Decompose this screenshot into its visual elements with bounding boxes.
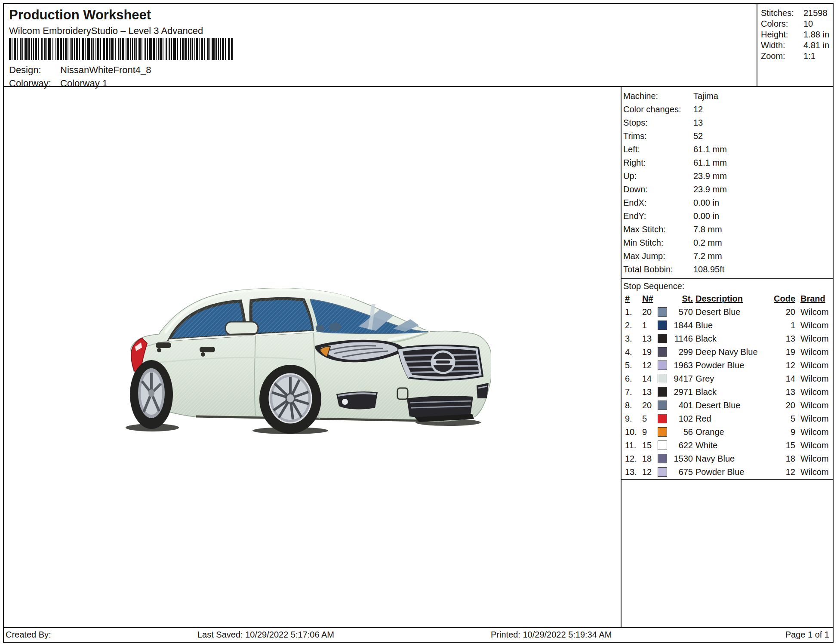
- cell-n: 18: [642, 452, 658, 465]
- machine-info-label: Down:: [623, 183, 693, 196]
- machine-info-value: Tajima: [693, 91, 718, 101]
- cell-description: Black: [695, 332, 764, 345]
- cell-num: 1.: [625, 305, 641, 319]
- machine-info-label: Max Jump:: [623, 250, 693, 263]
- cell-n: 13: [642, 332, 658, 345]
- column-header: Brand: [800, 292, 832, 305]
- stop-sequence-header-row: #N#St.DescriptionCodeBrand: [622, 292, 833, 305]
- cell-num: 4.: [625, 345, 641, 359]
- rear-wheel: [130, 360, 173, 429]
- cell-brand: Wilcom: [800, 385, 832, 399]
- machine-info-row: Stops:13: [623, 116, 833, 129]
- machine-info-label: Right:: [623, 156, 693, 169]
- cell-num: 11.: [625, 439, 641, 452]
- thread-color-swatch: [658, 374, 667, 383]
- cell-st: 570: [666, 305, 693, 319]
- cell-description: Grey: [695, 372, 764, 385]
- thread-color-swatch: [658, 347, 667, 357]
- cell-num: 6.: [625, 372, 641, 385]
- machine-info-value: 12: [693, 105, 703, 114]
- machine-info-value: 108.95ft: [693, 265, 724, 274]
- cell-description: Blue: [695, 319, 764, 332]
- cell-st: 299: [666, 345, 693, 359]
- cell-n: 12: [642, 359, 658, 372]
- cell-st: 102: [666, 412, 693, 425]
- machine-info-label: EndY:: [623, 210, 693, 223]
- machine-info-label: Min Stitch:: [623, 236, 693, 250]
- cell-description: Orange: [695, 425, 764, 439]
- machine-info-row: Min Stitch:0.2 mm: [623, 236, 833, 250]
- cell-num: 12.: [625, 452, 641, 465]
- cell-code: 12: [765, 465, 795, 479]
- cell-st: 56: [666, 425, 693, 439]
- machine-info-label: Up:: [623, 169, 693, 183]
- column-header: Code: [765, 292, 795, 305]
- stop-sequence-row: 8.20401Desert Blue20Wilcom: [622, 399, 833, 412]
- cell-code: 1: [765, 319, 795, 332]
- design-row: Design:NissanWhiteFront4_8: [9, 65, 151, 76]
- cell-description: Powder Blue: [695, 359, 764, 372]
- stat-value: 21598: [803, 8, 828, 18]
- machine-info-row: Right:61.1 mm: [623, 156, 833, 169]
- cell-description: Deep Navy Blue: [695, 345, 764, 359]
- machine-info-value: 23.9 mm: [693, 171, 727, 181]
- cell-st: 401: [666, 399, 693, 412]
- machine-info-row: Up:23.9 mm: [623, 169, 833, 183]
- stat-value: 1.88 in: [803, 30, 829, 39]
- stop-sequence-bottom-border: [622, 479, 833, 480]
- cell-st: 1844: [666, 319, 693, 332]
- cell-brand: Wilcom: [800, 332, 832, 345]
- cell-num: 8.: [625, 399, 641, 412]
- machine-info-label: Trims:: [623, 129, 693, 143]
- cell-st: 1963: [666, 359, 693, 372]
- cell-code: 20: [765, 399, 795, 412]
- cell-n: 9: [642, 425, 658, 439]
- cell-brand: Wilcom: [800, 425, 832, 439]
- design-value: NissanWhiteFront4_8: [60, 65, 151, 75]
- stat-value: 10: [803, 19, 813, 28]
- thread-color-swatch: [658, 361, 667, 370]
- stop-sequence-row: 13.12675Powder Blue12Wilcom: [622, 465, 833, 479]
- cell-code: 12: [765, 359, 795, 372]
- cell-code: 20: [765, 305, 795, 319]
- cell-code: 13: [765, 332, 795, 345]
- cell-brand: Wilcom: [800, 305, 832, 319]
- stat-row: Stitches:21598: [761, 8, 833, 18]
- cell-num: 5.: [625, 359, 641, 372]
- machine-info-row: Max Jump:7.2 mm: [623, 250, 833, 263]
- cell-num: 3.: [625, 332, 641, 345]
- cell-brand: Wilcom: [800, 399, 832, 412]
- thread-color-swatch: [658, 320, 667, 330]
- printed-text: Printed: 10/29/2022 5:19:34 AM: [491, 628, 612, 641]
- cell-st: 9417: [666, 372, 693, 385]
- cell-n: 12: [642, 465, 658, 479]
- cell-brand: Wilcom: [800, 439, 832, 452]
- machine-info-value: 7.8 mm: [693, 225, 722, 234]
- stop-sequence-row: 1.20570Desert Blue20Wilcom: [622, 305, 833, 319]
- header: Production Worksheet Wilcom EmbroiderySt…: [4, 4, 833, 87]
- stat-value: 1:1: [803, 51, 815, 61]
- machine-info-row: EndX:0.00 in: [623, 196, 833, 210]
- design-label: Design:: [9, 65, 60, 76]
- stat-label: Stitches:: [761, 8, 803, 18]
- design-canvas: [4, 87, 621, 627]
- cell-code: 13: [765, 385, 795, 399]
- machine-info-label: Left:: [623, 143, 693, 156]
- machine-info-label: Total Bobbin:: [623, 263, 693, 276]
- cell-code: 5: [765, 412, 795, 425]
- thread-color-swatch: [658, 427, 667, 437]
- software-subtitle: Wilcom EmbroideryStudio – Level 3 Advanc…: [9, 25, 203, 37]
- production-worksheet-page: Production Worksheet Wilcom EmbroiderySt…: [0, 0, 837, 644]
- cell-n: 20: [642, 399, 658, 412]
- cell-brand: Wilcom: [800, 372, 832, 385]
- cell-num: 9.: [625, 412, 641, 425]
- thread-color-swatch: [658, 454, 667, 463]
- column-header: Description: [695, 292, 764, 305]
- stop-sequence-row: 4.19299Deep Navy Blue19Wilcom: [622, 345, 833, 359]
- cell-st: 2971: [666, 385, 693, 399]
- machine-info-value: 23.9 mm: [693, 185, 727, 194]
- footer: Created By: Last Saved: 10/29/2022 5:17:…: [4, 627, 833, 642]
- machine-info-label: Machine:: [623, 89, 693, 103]
- cell-st: 1146: [666, 332, 693, 345]
- machine-info-label: Max Stitch:: [623, 223, 693, 236]
